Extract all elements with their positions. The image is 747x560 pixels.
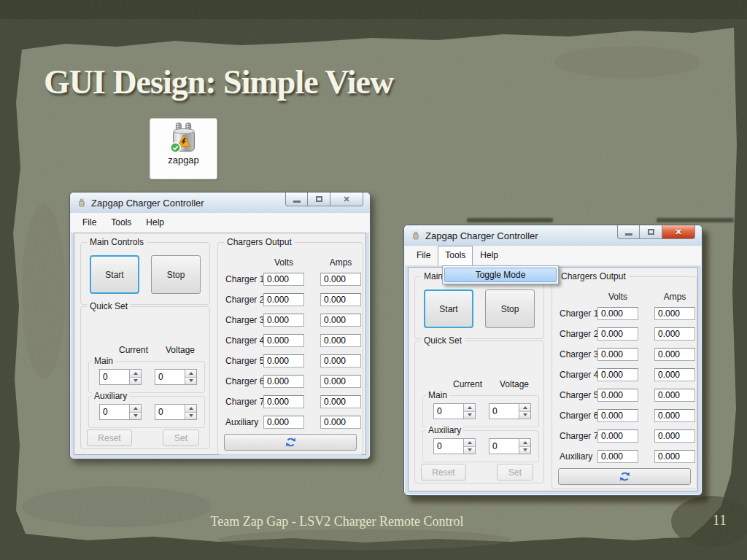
amps-field[interactable]: 0.000 bbox=[320, 416, 361, 429]
caption-buttons: ✕ bbox=[285, 192, 363, 206]
zapgap-window-right: Zapgap Charger Controller ✕ File Tools H… bbox=[403, 225, 703, 496]
volts-field[interactable]: 0.000 bbox=[597, 409, 638, 422]
amps-field[interactable]: 0.000 bbox=[320, 395, 361, 408]
minimize-button[interactable] bbox=[285, 192, 308, 206]
quick-set-label: Quick Set bbox=[421, 335, 465, 346]
volts-field[interactable]: 0.000 bbox=[263, 293, 304, 306]
refresh-icon bbox=[619, 471, 630, 482]
refresh-button[interactable] bbox=[224, 434, 357, 451]
caption-buttons: ✕ bbox=[617, 225, 695, 239]
spinner-value: 0 bbox=[489, 439, 519, 454]
amps-field[interactable]: 0.000 bbox=[320, 293, 361, 306]
volts-field[interactable]: 0.000 bbox=[263, 273, 304, 286]
amps-field[interactable]: 0.000 bbox=[654, 368, 695, 381]
footer-text: Team Zap Gap - LSV2 Charger Remote Contr… bbox=[0, 514, 674, 529]
volts-field[interactable]: 0.000 bbox=[263, 416, 304, 429]
refresh-button[interactable] bbox=[558, 468, 691, 485]
spin-down-icon[interactable] bbox=[519, 412, 530, 419]
amps-field[interactable]: 0.000 bbox=[320, 273, 361, 286]
reset-button[interactable]: Reset bbox=[87, 429, 132, 446]
minimize-button[interactable] bbox=[617, 225, 640, 239]
charger-row: Charger 3 0.000 0.000 bbox=[552, 346, 697, 366]
aux-voltage-spinner[interactable]: 0 bbox=[489, 438, 531, 454]
close-button[interactable]: ✕ bbox=[662, 225, 695, 239]
volts-field[interactable]: 0.000 bbox=[263, 375, 304, 388]
menu-file[interactable]: File bbox=[75, 213, 104, 233]
spin-down-icon[interactable] bbox=[464, 412, 475, 419]
main-voltage-spinner[interactable]: 0 bbox=[155, 369, 197, 385]
spin-down-icon[interactable] bbox=[464, 447, 475, 454]
reset-button[interactable]: Reset bbox=[421, 464, 466, 481]
volts-field[interactable]: 0.000 bbox=[263, 314, 304, 327]
set-button[interactable]: Set bbox=[163, 429, 199, 446]
amps-field[interactable]: 0.000 bbox=[654, 409, 695, 422]
close-button[interactable]: ✕ bbox=[330, 192, 363, 206]
aux-current-spinner[interactable]: 0 bbox=[99, 404, 142, 420]
amps-field[interactable]: 0.000 bbox=[320, 334, 361, 347]
volts-field[interactable]: 0.000 bbox=[597, 348, 638, 361]
charger-row: Charger 6 0.000 0.000 bbox=[218, 373, 363, 393]
volts-field[interactable]: 0.000 bbox=[597, 389, 638, 402]
amps-field[interactable]: 0.000 bbox=[654, 389, 695, 402]
spin-up-icon[interactable] bbox=[185, 405, 196, 413]
spin-up-icon[interactable] bbox=[130, 405, 141, 413]
spin-up-icon[interactable] bbox=[464, 404, 475, 412]
amps-field[interactable]: 0.000 bbox=[320, 375, 361, 388]
spin-up-icon[interactable] bbox=[464, 439, 475, 447]
spin-up-icon[interactable] bbox=[519, 439, 530, 447]
chargers-output-group: Chargers Output Volts Amps Charger 1 0.0… bbox=[217, 242, 363, 455]
volts-field[interactable]: 0.000 bbox=[597, 368, 638, 381]
aux-current-spinner[interactable]: 0 bbox=[433, 438, 476, 454]
stop-button[interactable]: Stop bbox=[485, 289, 535, 328]
spin-down-icon[interactable] bbox=[519, 447, 530, 454]
volts-field[interactable]: 0.000 bbox=[597, 327, 638, 341]
amps-field[interactable]: 0.000 bbox=[654, 450, 695, 463]
amps-field[interactable]: 0.000 bbox=[320, 314, 361, 327]
toggle-mode-menu-item[interactable]: Toggle Mode bbox=[444, 268, 557, 282]
amps-header: Amps bbox=[654, 292, 695, 302]
spinner-value: 0 bbox=[155, 405, 185, 419]
charger-label: Charger 3 bbox=[560, 349, 598, 359]
amps-field[interactable]: 0.000 bbox=[320, 354, 361, 368]
voltage-header: Voltage bbox=[492, 379, 536, 389]
maximize-button[interactable] bbox=[308, 192, 330, 206]
zapgap-desktop-icon[interactable]: zapgap bbox=[150, 118, 217, 179]
stop-button[interactable]: Stop bbox=[151, 255, 201, 294]
main-current-spinner[interactable]: 0 bbox=[433, 403, 476, 419]
menu-help[interactable]: Help bbox=[139, 213, 171, 233]
menu-help[interactable]: Help bbox=[473, 246, 506, 265]
amps-field[interactable]: 0.000 bbox=[654, 348, 695, 361]
aux-voltage-spinner[interactable]: 0 bbox=[155, 404, 197, 420]
spin-up-icon[interactable] bbox=[519, 404, 530, 412]
start-button[interactable]: Start bbox=[90, 255, 139, 294]
app-icon bbox=[411, 230, 421, 241]
amps-field[interactable]: 0.000 bbox=[654, 429, 695, 443]
charger-row: Charger 7 0.000 0.000 bbox=[218, 393, 363, 413]
spin-down-icon[interactable] bbox=[185, 413, 196, 420]
spin-down-icon[interactable] bbox=[130, 413, 141, 420]
amps-field[interactable]: 0.000 bbox=[654, 307, 695, 320]
menu-tools[interactable]: Tools bbox=[104, 213, 139, 233]
main-voltage-spinner[interactable]: 0 bbox=[489, 403, 531, 419]
charger-row: Charger 1 0.000 0.000 bbox=[218, 271, 363, 291]
main-current-spinner[interactable]: 0 bbox=[99, 369, 142, 385]
menu-tools-open[interactable]: Tools bbox=[438, 246, 473, 265]
menu-file[interactable]: File bbox=[409, 246, 438, 265]
spin-down-icon[interactable] bbox=[185, 378, 196, 385]
set-button[interactable]: Set bbox=[497, 464, 533, 481]
quick-set-group: Quick Set Current Voltage Main 0 0 Auxil… bbox=[80, 306, 210, 449]
volts-field[interactable]: 0.000 bbox=[263, 354, 304, 368]
volts-field[interactable]: 0.000 bbox=[597, 307, 638, 320]
amps-field[interactable]: 0.000 bbox=[654, 327, 695, 341]
spin-up-icon[interactable] bbox=[185, 370, 196, 378]
volts-field[interactable]: 0.000 bbox=[597, 450, 638, 463]
volts-field[interactable]: 0.000 bbox=[263, 395, 304, 408]
volts-field[interactable]: 0.000 bbox=[263, 334, 304, 347]
volts-field[interactable]: 0.000 bbox=[597, 429, 638, 443]
maximize-button[interactable] bbox=[640, 225, 662, 239]
client-area: Main Controls Start Stop Quick Set Curre… bbox=[74, 233, 366, 455]
start-button[interactable]: Start bbox=[424, 289, 473, 328]
spin-down-icon[interactable] bbox=[130, 378, 141, 385]
spin-up-icon[interactable] bbox=[130, 370, 141, 378]
charger-row: Charger 4 0.000 0.000 bbox=[552, 366, 697, 386]
